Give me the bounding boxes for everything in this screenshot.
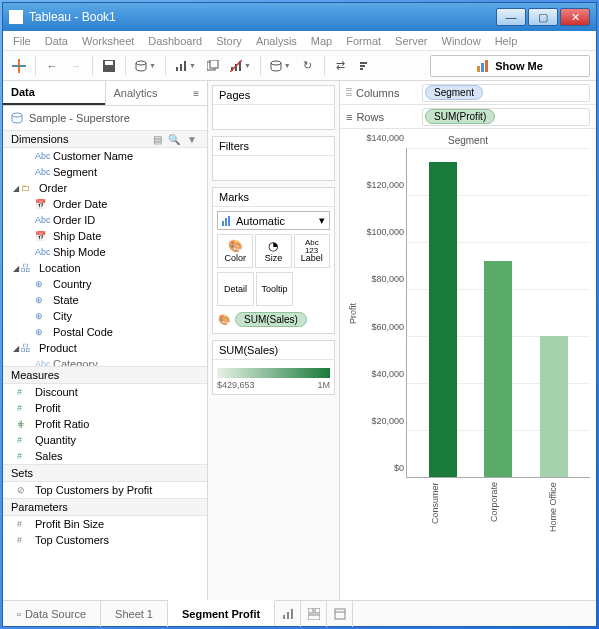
menu-server[interactable]: Server [395, 35, 427, 47]
hierarchy-location[interactable]: ◢品Location [3, 260, 207, 276]
minimize-button[interactable]: — [496, 8, 526, 26]
param-profit-bin[interactable]: #Profit Bin Size [3, 516, 207, 532]
menubar: File Data Worksheet Dashboard Story Anal… [3, 31, 596, 51]
marks-type-select[interactable]: Automatic▾ [217, 211, 330, 230]
dropdown-icon[interactable]: ▼ [187, 134, 199, 145]
pages-card[interactable]: Pages [212, 85, 335, 130]
ytick: $80,000 [371, 274, 404, 284]
menu-data[interactable]: Data [45, 35, 68, 47]
svg-rect-9 [210, 60, 218, 68]
tableau-logo-icon[interactable] [9, 55, 29, 77]
rows-shelf[interactable]: ≡Rows SUM(Profit) [340, 105, 596, 129]
field-sales[interactable]: #Sales [3, 448, 207, 464]
datasource-icon [11, 112, 23, 124]
new-story-tab[interactable] [327, 601, 353, 627]
param-top-customers[interactable]: #Top Customers [3, 532, 207, 548]
field-city[interactable]: ⊕City [3, 308, 207, 324]
field-quantity[interactable]: #Quantity [3, 432, 207, 448]
datasource-name: Sample - Superstore [29, 112, 130, 124]
field-ship-mode[interactable]: AbcShip Mode [3, 244, 207, 260]
tab-datasource[interactable]: ▫Data Source [3, 601, 101, 627]
auto-update-button[interactable]: ▼ [267, 55, 294, 77]
ytick: $120,000 [366, 180, 404, 190]
sort-asc-button[interactable] [355, 55, 375, 77]
show-me-button[interactable]: Show Me [430, 55, 590, 77]
clear-sheet-button[interactable]: ▼ [227, 55, 254, 77]
field-order-id[interactable]: AbcOrder ID [3, 212, 207, 228]
xtick: Home Office [548, 482, 558, 542]
marks-detail[interactable]: Detail [217, 272, 254, 306]
marks-pill-sum-sales[interactable]: SUM(Sales) [235, 312, 307, 327]
field-category[interactable]: AbcCategory [3, 356, 207, 366]
sets-tree: ⊘Top Customers by Profit [3, 482, 207, 498]
menu-help[interactable]: Help [495, 35, 518, 47]
field-country[interactable]: ⊕Country [3, 276, 207, 292]
set-top-customers[interactable]: ⊘Top Customers by Profit [3, 482, 207, 498]
duplicate-sheet-button[interactable] [203, 55, 223, 77]
field-state[interactable]: ⊕State [3, 292, 207, 308]
ytick: $0 [394, 463, 404, 473]
filters-card[interactable]: Filters [212, 136, 335, 181]
close-button[interactable]: ✕ [560, 8, 590, 26]
tab-sheet1[interactable]: Sheet 1 [101, 601, 168, 627]
svg-point-21 [12, 113, 22, 117]
dimensions-menu-icon[interactable]: ▤ [153, 134, 164, 145]
menu-story[interactable]: Story [216, 35, 242, 47]
columns-pill-segment[interactable]: Segment [425, 85, 483, 100]
legend-min: $429,653 [217, 380, 255, 390]
hierarchy-product[interactable]: ◢品Product [3, 340, 207, 356]
field-profit-ratio[interactable]: ⋕Profit Ratio [3, 416, 207, 432]
marks-size[interactable]: ◔Size [255, 234, 291, 268]
menu-analysis[interactable]: Analysis [256, 35, 297, 47]
new-datasource-button[interactable]: ▼ [132, 55, 159, 77]
parameters-tree: #Profit Bin Size #Top Customers [3, 516, 207, 548]
forward-button[interactable]: → [66, 55, 86, 77]
analytics-menu-icon[interactable]: ≡ [193, 88, 199, 99]
back-button[interactable]: ← [42, 55, 62, 77]
color-mark-icon: 🎨 [217, 313, 231, 327]
y-axis: $0$20,000$40,000$60,000$80,000$100,000$1… [360, 148, 406, 478]
menu-format[interactable]: Format [346, 35, 381, 47]
marks-tooltip[interactable]: Tooltip [256, 272, 293, 306]
field-ship-date[interactable]: 📅Ship Date [3, 228, 207, 244]
marks-label[interactable]: Abc123Label [294, 234, 330, 268]
size-icon: ◔ [268, 239, 278, 253]
field-discount[interactable]: #Discount [3, 384, 207, 400]
field-segment[interactable]: AbcSegment [3, 164, 207, 180]
datasource-row[interactable]: Sample - Superstore [3, 106, 207, 130]
field-profit[interactable]: #Profit [3, 400, 207, 416]
ytick: $100,000 [366, 227, 404, 237]
folder-order[interactable]: ◢🗀Order [3, 180, 207, 196]
tab-analytics[interactable]: Analytics≡ [105, 81, 208, 105]
rows-pill-sum-profit[interactable]: SUM(Profit) [425, 109, 495, 124]
new-dashboard-tab[interactable] [301, 601, 327, 627]
menu-window[interactable]: Window [442, 35, 481, 47]
app-window: Tableau - Book1 — ▢ ✕ File Data Workshee… [2, 2, 597, 627]
search-icon[interactable]: 🔍 [168, 134, 182, 145]
menu-map[interactable]: Map [311, 35, 332, 47]
run-update-button[interactable]: ↻ [298, 55, 318, 77]
save-button[interactable] [99, 55, 119, 77]
color-legend-card[interactable]: SUM(Sales) $429,6531M [212, 340, 335, 395]
menu-worksheet[interactable]: Worksheet [82, 35, 134, 47]
bar-home-office[interactable] [540, 336, 568, 477]
swap-button[interactable]: ⇄ [331, 55, 351, 77]
x-axis: ConsumerCorporateHome Office [346, 478, 590, 542]
field-order-date[interactable]: 📅Order Date [3, 196, 207, 212]
tab-segment-profit[interactable]: Segment Profit [168, 600, 275, 626]
new-worksheet-button[interactable]: ▼ [172, 55, 199, 77]
marks-color[interactable]: 🎨Color [217, 234, 253, 268]
new-worksheet-tab[interactable] [275, 601, 301, 627]
bar-consumer[interactable] [429, 162, 457, 477]
tab-data[interactable]: Data [3, 81, 105, 105]
menu-file[interactable]: File [13, 35, 31, 47]
dimensions-header: Dimensions ▤ 🔍 ▼ [3, 130, 207, 148]
field-customer-name[interactable]: AbcCustomer Name [3, 148, 207, 164]
columns-shelf[interactable]: ⦙⦙⦙Columns Segment [340, 81, 596, 105]
maximize-button[interactable]: ▢ [528, 8, 558, 26]
bar-corporate[interactable] [484, 261, 512, 477]
field-postal-code[interactable]: ⊕Postal Code [3, 324, 207, 340]
menu-dashboard[interactable]: Dashboard [148, 35, 202, 47]
xtick: Consumer [430, 482, 440, 542]
svg-rect-24 [228, 216, 230, 226]
